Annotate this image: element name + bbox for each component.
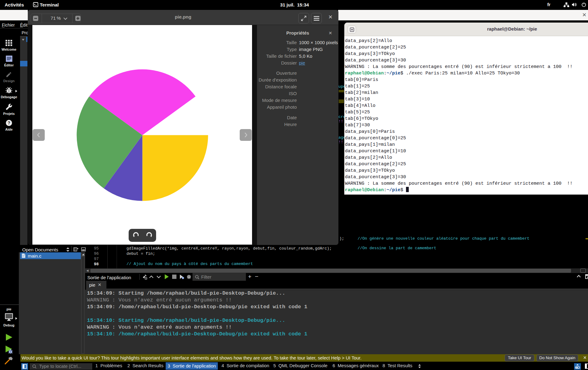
svg-text:?: ?: [8, 120, 10, 125]
